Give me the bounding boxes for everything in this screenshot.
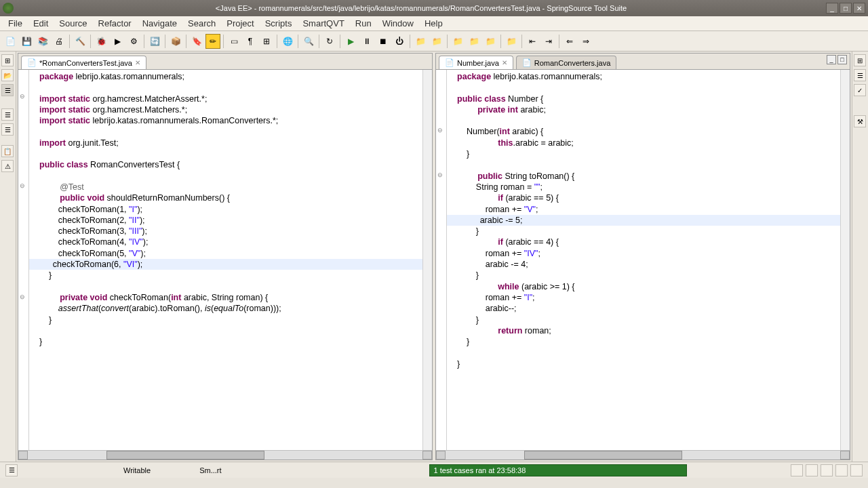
build-button[interactable]: 🔨 xyxy=(73,34,87,49)
show-whitespace-button[interactable]: ¶ xyxy=(243,34,258,49)
terminate-button[interactable]: ⏹ xyxy=(376,34,391,49)
tasks-icon[interactable]: 📋 xyxy=(1,145,14,157)
hscroll-left-icon[interactable] xyxy=(18,451,28,460)
right-hscroll[interactable] xyxy=(436,450,850,460)
outline-icon[interactable]: ☰ xyxy=(1,123,14,136)
save-button[interactable]: 💾 xyxy=(19,34,34,49)
status-icon[interactable]: ☰ xyxy=(5,464,18,476)
resume-button[interactable]: ▶ xyxy=(343,34,358,49)
new-package-button[interactable]: 📦 xyxy=(168,34,183,49)
menu-search[interactable]: Search xyxy=(182,17,221,30)
right-editor-body[interactable]: ⊖ ⊖ package lebrijo.katas.romannumerals;… xyxy=(436,70,850,450)
left-hscroll[interactable] xyxy=(18,450,432,460)
right-marker-bar[interactable] xyxy=(840,70,850,450)
status-btn-5[interactable] xyxy=(850,464,863,476)
nav-prev-button[interactable]: ⇤ xyxy=(525,34,540,49)
servers-icon[interactable]: ☰ xyxy=(1,108,14,121)
status-btn-2[interactable] xyxy=(806,464,818,476)
problems-icon[interactable]: ⚠ xyxy=(1,160,14,172)
menu-source[interactable]: Source xyxy=(54,17,92,30)
java-file-icon: 📄 xyxy=(522,58,532,67)
menu-edit[interactable]: Edit xyxy=(28,17,54,30)
new-button[interactable]: 📄 xyxy=(3,34,18,49)
status-insert-mode: Sm...rt xyxy=(195,465,225,476)
debug-button[interactable]: 🐞 xyxy=(94,34,108,49)
disconnect-button[interactable]: ⏻ xyxy=(392,34,407,49)
minimize-editor-icon[interactable]: _ xyxy=(827,55,836,64)
folder5-button[interactable]: 📁 xyxy=(483,34,498,49)
menu-project[interactable]: Project xyxy=(221,17,259,30)
folder4-button[interactable]: 📁 xyxy=(467,34,481,49)
suspend-button[interactable]: ⏸ xyxy=(359,34,374,49)
hscroll-right-icon[interactable] xyxy=(422,451,432,460)
menu-run[interactable]: Run xyxy=(350,17,377,30)
test-status: 1 test cases ran at 23:58:38 xyxy=(429,464,687,476)
ant-icon[interactable]: ⚒ xyxy=(854,115,866,127)
package-explorer-icon[interactable]: 📂 xyxy=(1,69,14,81)
minimize-button[interactable]: _ xyxy=(826,3,838,14)
maximize-button[interactable]: □ xyxy=(840,3,852,14)
menu-help[interactable]: Help xyxy=(419,17,448,30)
search-button[interactable]: 🔍 xyxy=(301,34,316,49)
right-gutter[interactable]: ⊖ ⊖ xyxy=(436,70,447,450)
tab-romanconverters[interactable]: 📄 RomanConverters.java xyxy=(516,56,617,69)
status-btn-4[interactable] xyxy=(835,464,848,476)
restore-view-icon[interactable]: ⊞ xyxy=(1,54,14,66)
left-trim: ⊞ 📂 ☰ ☰ ☰ 📋 ⚠ xyxy=(0,52,16,462)
run-button[interactable]: ▶ xyxy=(110,34,125,49)
restore-view-icon[interactable]: ⊞ xyxy=(854,54,866,66)
menu-navigate[interactable]: Navigate xyxy=(137,17,182,30)
tab-close-icon[interactable]: ✕ xyxy=(135,59,140,66)
app-icon xyxy=(3,3,14,14)
refresh-button[interactable]: 🔄 xyxy=(147,34,162,49)
right-trim: ⊞ ☰ ✓ ⚒ xyxy=(852,52,868,462)
sync-button[interactable]: ↻ xyxy=(322,34,337,49)
outline-view-icon[interactable]: ☰ xyxy=(854,69,866,81)
print-button[interactable]: 🖨 xyxy=(52,34,66,49)
tab-number[interactable]: 📄 Number.java ✕ xyxy=(439,56,513,69)
menu-refactor[interactable]: Refactor xyxy=(93,17,137,30)
menu-window[interactable]: Window xyxy=(377,17,419,30)
main-toolbar: 📄 💾 📚 🖨 🔨 🐞 ▶ ⚙ 🔄 📦 🔖 ✏ ▭ ¶ ⊞ 🌐 🔍 ↻ ▶ ⏸ … xyxy=(0,31,868,52)
status-btn-1[interactable] xyxy=(791,464,803,476)
menubar: File Edit Source Refactor Navigate Searc… xyxy=(0,16,868,31)
left-editor-pane: 📄 *RomanConvertersTest.java ✕ ⊖ ⊖ ⊖ pack… xyxy=(18,53,433,460)
nav-next-button[interactable]: ⇥ xyxy=(541,34,556,49)
hscroll-thumb[interactable] xyxy=(524,451,682,460)
left-code[interactable]: package lebrijo.katas.romannumerals; imp… xyxy=(29,70,422,450)
tab-close-icon[interactable]: ✕ xyxy=(502,59,507,66)
hscroll-thumb[interactable] xyxy=(106,451,264,460)
hscroll-left-icon[interactable] xyxy=(436,451,446,460)
status-btn-3[interactable] xyxy=(821,464,833,476)
tab-label: Number.java xyxy=(457,59,499,67)
tab-label: *RomanConvertersTest.java xyxy=(39,59,132,67)
left-marker-bar[interactable] xyxy=(422,70,432,450)
menu-scripts[interactable]: Scripts xyxy=(260,17,298,30)
run-ext-button[interactable]: ⚙ xyxy=(126,34,141,49)
task-list-icon[interactable]: ✓ xyxy=(854,84,866,96)
show-grid-button[interactable]: ⊞ xyxy=(259,34,274,49)
forward-button[interactable]: ⇒ xyxy=(578,34,593,49)
menu-file[interactable]: File xyxy=(3,17,28,30)
toggle-breakpoint-button[interactable]: 🔖 xyxy=(189,34,204,49)
maximize-editor-icon[interactable]: □ xyxy=(837,55,847,64)
close-button[interactable]: ✕ xyxy=(853,3,865,14)
save-all-button[interactable]: 📚 xyxy=(35,34,50,49)
folder3-button[interactable]: 📁 xyxy=(450,34,465,49)
window-title: <Java EE> - romannumerals/src/test/java/… xyxy=(16,4,826,12)
folder6-button[interactable]: 📁 xyxy=(504,34,519,49)
back-button[interactable]: ⇐ xyxy=(562,34,577,49)
hscroll-right-icon[interactable] xyxy=(840,451,850,460)
left-editor-body[interactable]: ⊖ ⊖ ⊖ package lebrijo.katas.romannumeral… xyxy=(18,70,432,450)
show-view-button[interactable]: ▭ xyxy=(226,34,241,49)
folder2-button[interactable]: 📁 xyxy=(429,34,444,49)
window-titlebar: <Java EE> - romannumerals/src/test/java/… xyxy=(0,0,868,16)
hierarchy-icon[interactable]: ☰ xyxy=(1,84,14,96)
right-code[interactable]: package lebrijo.katas.romannumerals; pub… xyxy=(447,70,840,450)
folder1-button[interactable]: 📁 xyxy=(413,34,428,49)
highlight-button[interactable]: ✏ xyxy=(205,34,220,49)
web-button[interactable]: 🌐 xyxy=(280,34,295,49)
left-gutter[interactable]: ⊖ ⊖ ⊖ xyxy=(18,70,29,450)
tab-romanconverterstest[interactable]: 📄 *RomanConvertersTest.java ✕ xyxy=(21,56,146,69)
menu-smartqvt[interactable]: SmartQVT xyxy=(297,17,349,30)
